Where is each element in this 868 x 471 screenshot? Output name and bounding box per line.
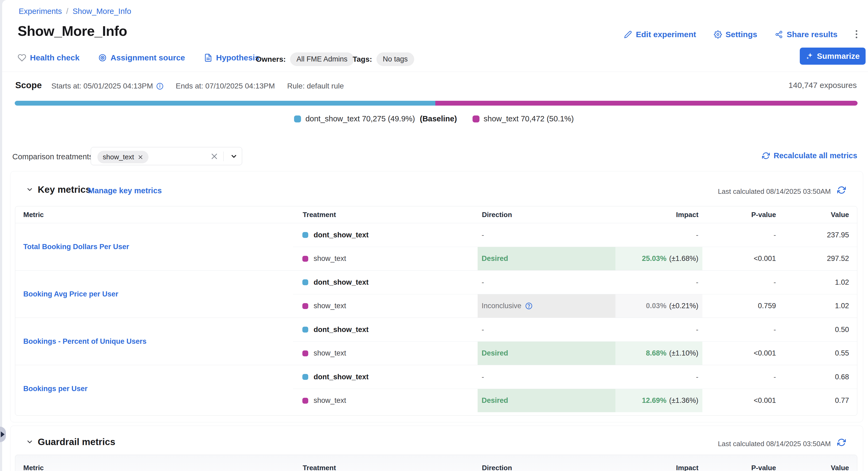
tags-group: Tags: No tags — [353, 53, 414, 66]
allocation-bar-baseline-segment — [15, 101, 435, 106]
scope-rule: Rule: default rule — [287, 82, 344, 90]
column-header-metric: Metric — [15, 211, 293, 219]
chevron-down-icon[interactable] — [230, 153, 238, 160]
scope-title: Scope — [15, 80, 42, 90]
metric-group: Bookings - Percent of Unique Users dont_… — [15, 317, 857, 365]
chip-remove-icon[interactable] — [138, 155, 143, 160]
column-header-direction: Direction — [478, 211, 616, 219]
recalculate-label: Recalculate all metrics — [774, 151, 857, 160]
treatment-color-swatch — [472, 115, 479, 123]
hypothesis-label: Hypothesis — [216, 53, 259, 62]
recalculate-all-metrics-button[interactable]: Recalculate all metrics — [762, 151, 857, 160]
baseline-color-swatch — [302, 374, 308, 380]
guardrail-metrics-collapse-toggle[interactable]: Guardrail metrics — [26, 437, 115, 447]
sidebar-expand-handle[interactable] — [0, 427, 6, 442]
baseline-color-swatch — [302, 232, 308, 238]
metric-group: Bookings per User dont_show_text - - - 0… — [15, 365, 857, 412]
key-metrics-collapse-toggle[interactable]: Key metrics — [26, 184, 91, 195]
edit-experiment-button[interactable]: Edit experiment — [624, 30, 696, 39]
hypothesis-link[interactable]: Hypothesis — [204, 53, 259, 62]
owners-group: Owners: All FME Admins — [256, 53, 354, 66]
treatment-name: show_text — [314, 349, 346, 358]
legend-item-treatment: show_text 70,472 (50.1%) — [472, 114, 574, 123]
treatment-row: show_text Desired 12.69%(±1.36%) <0.001 … — [293, 389, 857, 412]
info-icon[interactable] — [156, 82, 163, 90]
gear-icon — [714, 31, 722, 38]
exposures-count: 140,747 exposures — [788, 81, 857, 90]
settings-button[interactable]: Settings — [714, 30, 757, 39]
allocation-bar-treatment-segment — [435, 101, 858, 106]
column-header-metric: Metric — [15, 464, 293, 471]
chevron-down-icon — [26, 186, 33, 193]
direction-badge: Desired — [482, 255, 508, 263]
owners-label: Owners: — [256, 55, 286, 64]
treatment-chip[interactable]: show_text — [97, 151, 149, 163]
table-header-row: Metric Treatment Direction Impact P-valu… — [15, 206, 857, 223]
share-icon — [775, 31, 783, 38]
page-left-gutter — [0, 0, 2, 471]
treatment-row: show_text Desired 8.68%(±1.10%) <0.001 0… — [293, 341, 857, 365]
column-header-pvalue: P-value — [702, 464, 777, 471]
metric-link[interactable]: Total Booking Dollars Per User — [23, 243, 129, 251]
treatment-color-swatch — [302, 350, 308, 356]
scope-ends-at: Ends at: 07/10/2025 04:13PM — [176, 82, 275, 90]
column-header-value: Value — [777, 211, 857, 219]
scope-details: Starts at: 05/01/2025 04:13PM Ends at: 0… — [51, 82, 344, 90]
column-header-treatment: Treatment — [293, 464, 478, 471]
table-header-row: Metric Treatment Direction Impact P-valu… — [15, 455, 857, 471]
owners-pill[interactable]: All FME Admins — [290, 53, 354, 66]
page-title: Show_More_Info — [18, 23, 127, 39]
tags-pill[interactable]: No tags — [376, 53, 414, 66]
document-icon — [204, 54, 213, 62]
treatment-name: dont_show_text — [314, 278, 369, 287]
comparison-treatments-select[interactable]: show_text — [91, 147, 242, 165]
metric-link[interactable]: Bookings - Percent of Unique Users — [23, 337, 147, 346]
refresh-icon[interactable] — [837, 186, 846, 194]
refresh-icon[interactable] — [837, 438, 846, 447]
header-divider — [2, 72, 868, 72]
baseline-row: dont_show_text - - - 0.50 — [293, 318, 857, 341]
baseline-color-swatch — [294, 115, 301, 123]
metric-group: Total Booking Dollars Per User dont_show… — [15, 223, 857, 270]
breadcrumb-experiments-link[interactable]: Experiments — [19, 7, 62, 16]
baseline-row: dont_show_text - - - 237.95 — [293, 223, 857, 247]
legend-item-baseline: dont_show_text 70,275 (49.9%) (Baseline) — [294, 114, 457, 123]
health-check-label: Health check — [30, 53, 80, 62]
treatment-name: dont_show_text — [314, 373, 369, 381]
breadcrumb: Experiments / Show_More_Info — [19, 7, 131, 16]
arrow-right-icon — [1, 431, 4, 437]
treatment-name: dont_show_text — [314, 326, 369, 334]
column-header-pvalue: P-value — [702, 211, 777, 219]
direction-badge: Desired — [482, 396, 508, 405]
scope-starts-at: Starts at: 05/01/2025 04:13PM — [51, 82, 163, 90]
assignment-source-label: Assignment source — [111, 53, 185, 62]
question-circle-icon[interactable] — [525, 302, 532, 309]
settings-label: Settings — [726, 30, 757, 39]
allocation-legend: dont_show_text 70,275 (49.9%) (Baseline)… — [0, 114, 868, 123]
treatment-name: dont_show_text — [314, 231, 369, 239]
metric-group: Booking Avg Price per User dont_show_tex… — [15, 270, 857, 317]
select-divider — [223, 152, 224, 161]
treatment-chip-label: show_text — [103, 153, 134, 161]
treatment-color-swatch — [302, 256, 308, 262]
treatment-name: show_text — [314, 255, 346, 263]
pencil-icon — [624, 31, 632, 38]
metric-link[interactable]: Booking Avg Price per User — [23, 290, 118, 298]
guardrail-metrics-title: Guardrail metrics — [38, 437, 115, 447]
clear-selection-icon[interactable] — [210, 153, 218, 160]
overflow-menu-button[interactable] — [852, 28, 861, 40]
share-results-button[interactable]: Share results — [775, 30, 837, 39]
metric-link[interactable]: Bookings per User — [23, 385, 88, 393]
treatment-row: show_text Desired 25.03%(±1.68%) <0.001 … — [293, 247, 857, 270]
treatment-name: show_text — [314, 396, 346, 405]
manage-key-metrics-link[interactable]: Manage key metrics — [88, 186, 162, 195]
column-header-treatment: Treatment — [293, 211, 478, 219]
summarize-button[interactable]: Summarize — [800, 47, 866, 65]
assignment-source-link[interactable]: Assignment source — [98, 53, 185, 62]
baseline-color-swatch — [302, 279, 308, 285]
guardrail-metrics-last-calculated: Last calculated 08/14/2025 03:50AM — [718, 440, 831, 448]
column-header-impact: Impact — [616, 464, 703, 471]
health-check-link[interactable]: Health check — [18, 53, 80, 62]
guardrail-metrics-table: Metric Treatment Direction Impact P-valu… — [15, 455, 857, 471]
breadcrumb-current-link[interactable]: Show_More_Info — [72, 7, 131, 16]
